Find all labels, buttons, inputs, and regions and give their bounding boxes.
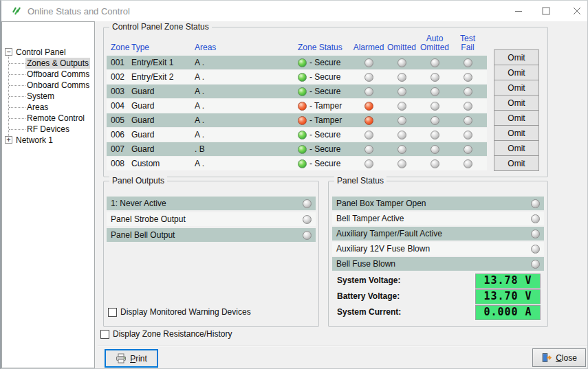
sidebar-item-label: RF Devices <box>25 124 71 135</box>
omit-button[interactable]: Omit <box>494 125 539 141</box>
printer-icon <box>116 353 127 364</box>
auto-omitted-led-gray <box>431 145 439 154</box>
zone-status-led-green <box>298 159 307 168</box>
auto-omitted-led-gray <box>431 73 439 82</box>
column-header-type: Type <box>131 43 195 54</box>
display-warning-devices-row: Display Monitored Warning Devices <box>108 307 251 317</box>
zone-number-cell: 005 <box>111 115 131 125</box>
auto-omitted-cell <box>418 159 451 168</box>
zone-status-text: - Secure <box>309 159 340 168</box>
omit-button[interactable]: Omit <box>494 65 539 80</box>
auto-omitted-cell <box>418 58 451 67</box>
footer-separator <box>98 346 587 347</box>
zone-areas-cell: A . <box>195 115 298 125</box>
zone-table-row: 008CustomA .- Secure <box>107 157 487 170</box>
zone-status-led-green <box>298 131 307 139</box>
sidebar-item-control-panel[interactable]: −Control Panel <box>2 47 94 58</box>
tree-plus-expander[interactable]: + <box>5 136 12 144</box>
alarmed-cell <box>352 58 385 67</box>
column-header-zone: Zone <box>111 43 131 54</box>
omit-button[interactable]: Omit <box>494 80 539 96</box>
display-warning-devices-checkbox[interactable] <box>108 308 117 317</box>
omit-button[interactable]: Omit <box>494 95 539 111</box>
zone-status-led-green <box>298 87 307 96</box>
display-zone-history-checkbox[interactable] <box>100 330 109 339</box>
omit-button-column: OmitOmitOmitOmitOmitOmitOmitOmit <box>494 49 539 171</box>
panel-status-row: Auxiliary Tamper/Fault Active <box>332 227 544 241</box>
zone-number-cell: 003 <box>111 87 131 96</box>
zone-table-row: 003GuardA .- Secure <box>107 85 487 98</box>
battery-voltage-label: Battery Voltage: <box>337 291 400 301</box>
minimize-button[interactable] <box>507 1 530 21</box>
test-fail-led-gray <box>464 73 472 82</box>
panel-status-led-gray <box>531 230 540 238</box>
omit-button[interactable]: Omit <box>494 49 539 65</box>
zone-status-cell: - Secure <box>298 130 352 139</box>
maximize-icon <box>542 7 550 15</box>
system-current-label: System Current: <box>337 307 401 317</box>
column-header-auto-omitted: AutoOmitted <box>418 34 451 54</box>
omit-button[interactable]: Omit <box>494 110 539 126</box>
test-fail-led-gray <box>464 58 472 67</box>
panel-status-label: Bell Fuse Blown <box>336 259 395 269</box>
auto-omitted-cell <box>418 116 451 125</box>
tree-connector-stub <box>9 74 25 76</box>
alarmed-led-gray <box>364 73 373 82</box>
zone-type-cell: Guard <box>131 144 195 154</box>
display-warning-devices-label: Display Monitored Warning Devices <box>120 307 251 317</box>
sidebar-tree-panel: −Control PanelZones & OutputsOffboard Co… <box>1 21 95 368</box>
zone-table-row: 002Entry/Exit 2A .- Secure <box>107 70 487 84</box>
zone-areas-cell: A . <box>195 58 298 67</box>
zone-number-cell: 001 <box>111 58 131 67</box>
zone-status-text: - Tamper <box>309 101 342 111</box>
zone-status-cell: - Secure <box>298 159 352 168</box>
sidebar-item-label: Offboard Comms <box>25 69 91 80</box>
omit-button[interactable]: Omit <box>494 155 539 171</box>
auto-omitted-cell <box>418 73 451 82</box>
maximize-button[interactable] <box>534 1 558 21</box>
close-window-button[interactable] <box>565 1 588 21</box>
panel-status-led-gray <box>531 214 540 223</box>
column-header-omitted: Omitted <box>385 43 418 54</box>
test-fail-cell <box>451 102 484 111</box>
omitted-led-gray <box>398 58 406 67</box>
test-fail-cell <box>451 145 484 154</box>
test-fail-cell <box>451 87 484 96</box>
auto-omitted-led-gray <box>431 87 439 96</box>
print-button[interactable]: Print <box>105 349 158 368</box>
omitted-cell <box>385 131 418 139</box>
zone-areas-cell: A . <box>195 101 298 111</box>
zone-table-row: 004GuardA .- Tamper <box>107 99 487 113</box>
omitted-cell <box>385 102 418 111</box>
alarmed-cell <box>352 102 385 111</box>
panel-output-led-gray <box>303 199 312 208</box>
panel-status-group-title: Panel Status <box>334 176 386 186</box>
minimize-icon <box>514 7 523 15</box>
alarmed-led-gray <box>364 159 373 168</box>
zone-type-cell: Guard <box>131 130 195 139</box>
alarmed-cell <box>352 73 385 82</box>
tree-connector-stub <box>9 107 25 109</box>
test-fail-cell <box>451 73 484 82</box>
omitted-cell <box>385 159 418 168</box>
sidebar-item-network-1[interactable]: +Network 1 <box>2 135 94 146</box>
tree-connector-stub <box>9 63 25 65</box>
zone-type-cell: Entry/Exit 2 <box>131 72 195 82</box>
auto-omitted-led-gray <box>431 159 439 168</box>
zone-type-cell: Custom <box>131 159 195 168</box>
close-button[interactable]: Close <box>532 348 586 367</box>
omit-button[interactable]: Omit <box>494 140 539 156</box>
alarmed-led-gray <box>364 87 373 96</box>
tree-minus-expander[interactable]: − <box>5 48 12 56</box>
omitted-led-gray <box>398 131 406 139</box>
panel-status-led-gray <box>531 260 540 269</box>
zone-status-groupbox: Control Panel Zone Status ZoneTypeAreasZ… <box>103 27 548 177</box>
test-fail-led-gray <box>464 116 472 125</box>
omitted-cell <box>385 87 418 96</box>
panel-status-groupbox: Panel Status Panel Box Tamper OpenBell T… <box>328 181 548 327</box>
display-zone-history-row: Display Zone Resistance/History <box>100 329 232 339</box>
omitted-cell <box>385 145 418 154</box>
panel-output-row: Panel Strobe Output <box>107 212 316 226</box>
online-status-window: Online Status and Control −Control Panel… <box>0 0 588 369</box>
zone-status-led-red <box>298 102 307 111</box>
